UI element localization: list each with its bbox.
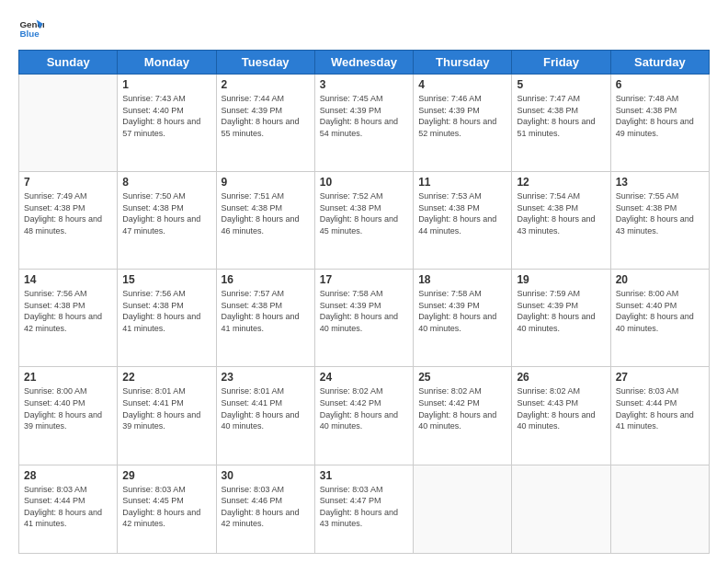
day-number: 20 xyxy=(616,273,704,286)
calendar-cell: 1Sunrise: 7:43 AMSunset: 4:40 PMDaylight… xyxy=(118,75,216,172)
calendar-cell: 30Sunrise: 8:03 AMSunset: 4:46 PMDayligh… xyxy=(216,465,314,554)
day-info: Sunrise: 7:55 AMSunset: 4:38 PMDaylight:… xyxy=(616,190,704,236)
day-number: 18 xyxy=(418,273,506,286)
weekday-header-sunday: Sunday xyxy=(19,51,118,75)
day-info: Sunrise: 7:49 AMSunset: 4:38 PMDaylight:… xyxy=(24,190,112,236)
day-number: 2 xyxy=(222,78,310,91)
day-number: 19 xyxy=(517,273,605,286)
calendar-cell: 26Sunrise: 8:02 AMSunset: 4:43 PMDayligh… xyxy=(512,367,610,465)
day-info: Sunrise: 7:46 AMSunset: 4:39 PMDaylight:… xyxy=(418,93,506,139)
calendar-cell: 17Sunrise: 7:58 AMSunset: 4:39 PMDayligh… xyxy=(314,270,413,367)
calendar-cell: 23Sunrise: 8:01 AMSunset: 4:41 PMDayligh… xyxy=(216,367,314,465)
weekday-header-thursday: Thursday xyxy=(414,51,512,75)
day-info: Sunrise: 7:48 AMSunset: 4:38 PMDaylight:… xyxy=(616,93,704,139)
day-info: Sunrise: 7:58 AMSunset: 4:39 PMDaylight:… xyxy=(418,288,506,334)
calendar-cell: 18Sunrise: 7:58 AMSunset: 4:39 PMDayligh… xyxy=(414,270,512,367)
calendar-cell: 14Sunrise: 7:56 AMSunset: 4:38 PMDayligh… xyxy=(19,270,118,367)
calendar-cell: 5Sunrise: 7:47 AMSunset: 4:38 PMDaylight… xyxy=(512,75,610,172)
day-info: Sunrise: 7:43 AMSunset: 4:40 PMDaylight:… xyxy=(122,93,210,139)
day-number: 8 xyxy=(122,176,210,189)
day-info: Sunrise: 8:00 AMSunset: 4:40 PMDaylight:… xyxy=(616,288,704,334)
week-row-4: 28Sunrise: 8:03 AMSunset: 4:44 PMDayligh… xyxy=(19,465,710,554)
day-info: Sunrise: 7:58 AMSunset: 4:39 PMDaylight:… xyxy=(320,288,408,334)
calendar-cell: 31Sunrise: 8:03 AMSunset: 4:47 PMDayligh… xyxy=(314,465,413,554)
day-info: Sunrise: 8:03 AMSunset: 4:44 PMDaylight:… xyxy=(616,385,704,431)
day-number: 30 xyxy=(222,469,310,482)
calendar-cell: 21Sunrise: 8:00 AMSunset: 4:40 PMDayligh… xyxy=(19,367,118,465)
day-number: 11 xyxy=(418,176,506,189)
calendar-cell: 15Sunrise: 7:56 AMSunset: 4:38 PMDayligh… xyxy=(118,270,216,367)
calendar-cell xyxy=(610,465,709,554)
calendar-cell: 6Sunrise: 7:48 AMSunset: 4:38 PMDaylight… xyxy=(610,75,709,172)
calendar-cell: 8Sunrise: 7:50 AMSunset: 4:38 PMDaylight… xyxy=(118,172,216,270)
weekday-header-tuesday: Tuesday xyxy=(216,51,314,75)
calendar-cell: 3Sunrise: 7:45 AMSunset: 4:39 PMDaylight… xyxy=(314,75,413,172)
weekday-header-friday: Friday xyxy=(512,51,610,75)
day-info: Sunrise: 8:02 AMSunset: 4:42 PMDaylight:… xyxy=(418,385,506,431)
svg-text:Blue: Blue xyxy=(19,29,40,39)
day-info: Sunrise: 7:45 AMSunset: 4:39 PMDaylight:… xyxy=(320,93,408,139)
day-number: 1 xyxy=(122,78,210,91)
header: General Blue xyxy=(18,15,710,40)
calendar-cell: 20Sunrise: 8:00 AMSunset: 4:40 PMDayligh… xyxy=(610,270,709,367)
day-info: Sunrise: 7:44 AMSunset: 4:39 PMDaylight:… xyxy=(222,93,310,139)
weekday-header-row: SundayMondayTuesdayWednesdayThursdayFrid… xyxy=(19,51,710,75)
day-number: 24 xyxy=(320,371,408,384)
calendar-cell: 19Sunrise: 7:59 AMSunset: 4:39 PMDayligh… xyxy=(512,270,610,367)
calendar-table: SundayMondayTuesdayWednesdayThursdayFrid… xyxy=(18,50,710,554)
calendar-cell: 22Sunrise: 8:01 AMSunset: 4:41 PMDayligh… xyxy=(118,367,216,465)
calendar-cell: 12Sunrise: 7:54 AMSunset: 4:38 PMDayligh… xyxy=(512,172,610,270)
day-number: 26 xyxy=(517,371,605,384)
calendar-cell: 24Sunrise: 8:02 AMSunset: 4:42 PMDayligh… xyxy=(314,367,413,465)
day-info: Sunrise: 7:52 AMSunset: 4:38 PMDaylight:… xyxy=(320,190,408,236)
day-number: 13 xyxy=(616,176,704,189)
day-info: Sunrise: 7:53 AMSunset: 4:38 PMDaylight:… xyxy=(418,190,506,236)
day-info: Sunrise: 7:57 AMSunset: 4:38 PMDaylight:… xyxy=(222,288,310,334)
day-number: 12 xyxy=(517,176,605,189)
weekday-header-saturday: Saturday xyxy=(610,51,709,75)
day-number: 6 xyxy=(616,78,704,91)
day-number: 29 xyxy=(122,469,210,482)
day-number: 31 xyxy=(320,469,408,482)
week-row-3: 21Sunrise: 8:00 AMSunset: 4:40 PMDayligh… xyxy=(19,367,710,465)
page: General Blue SundayMondayTuesdayWednesda… xyxy=(0,0,728,563)
calendar-cell: 2Sunrise: 7:44 AMSunset: 4:39 PMDaylight… xyxy=(216,75,314,172)
day-info: Sunrise: 8:02 AMSunset: 4:42 PMDaylight:… xyxy=(320,385,408,431)
day-info: Sunrise: 8:01 AMSunset: 4:41 PMDaylight:… xyxy=(122,385,210,431)
calendar-cell: 16Sunrise: 7:57 AMSunset: 4:38 PMDayligh… xyxy=(216,270,314,367)
week-row-2: 14Sunrise: 7:56 AMSunset: 4:38 PMDayligh… xyxy=(19,270,710,367)
day-info: Sunrise: 7:51 AMSunset: 4:38 PMDaylight:… xyxy=(222,190,310,236)
calendar-cell: 28Sunrise: 8:03 AMSunset: 4:44 PMDayligh… xyxy=(19,465,118,554)
day-number: 14 xyxy=(24,273,112,286)
calendar-cell xyxy=(19,75,118,172)
weekday-header-monday: Monday xyxy=(118,51,216,75)
day-number: 10 xyxy=(320,176,408,189)
week-row-1: 7Sunrise: 7:49 AMSunset: 4:38 PMDaylight… xyxy=(19,172,710,270)
day-number: 16 xyxy=(222,273,310,286)
calendar-cell: 7Sunrise: 7:49 AMSunset: 4:38 PMDaylight… xyxy=(19,172,118,270)
day-number: 21 xyxy=(24,371,112,384)
calendar-cell: 29Sunrise: 8:03 AMSunset: 4:45 PMDayligh… xyxy=(118,465,216,554)
day-info: Sunrise: 8:01 AMSunset: 4:41 PMDaylight:… xyxy=(222,385,310,431)
day-info: Sunrise: 7:47 AMSunset: 4:38 PMDaylight:… xyxy=(517,93,605,139)
logo-icon: General Blue xyxy=(18,15,44,40)
day-info: Sunrise: 8:02 AMSunset: 4:43 PMDaylight:… xyxy=(517,385,605,431)
day-number: 22 xyxy=(122,371,210,384)
week-row-0: 1Sunrise: 7:43 AMSunset: 4:40 PMDaylight… xyxy=(19,75,710,172)
day-number: 9 xyxy=(222,176,310,189)
day-info: Sunrise: 8:03 AMSunset: 4:46 PMDaylight:… xyxy=(222,484,310,530)
day-number: 28 xyxy=(24,469,112,482)
day-info: Sunrise: 7:59 AMSunset: 4:39 PMDaylight:… xyxy=(517,288,605,334)
day-number: 3 xyxy=(320,78,408,91)
day-number: 25 xyxy=(418,371,506,384)
day-number: 5 xyxy=(517,78,605,91)
day-number: 17 xyxy=(320,273,408,286)
calendar-cell: 10Sunrise: 7:52 AMSunset: 4:38 PMDayligh… xyxy=(314,172,413,270)
day-info: Sunrise: 7:50 AMSunset: 4:38 PMDaylight:… xyxy=(122,190,210,236)
calendar-cell: 4Sunrise: 7:46 AMSunset: 4:39 PMDaylight… xyxy=(414,75,512,172)
day-info: Sunrise: 8:03 AMSunset: 4:44 PMDaylight:… xyxy=(24,484,112,530)
day-info: Sunrise: 8:03 AMSunset: 4:45 PMDaylight:… xyxy=(122,484,210,530)
calendar-cell xyxy=(512,465,610,554)
calendar-cell xyxy=(414,465,512,554)
day-info: Sunrise: 7:56 AMSunset: 4:38 PMDaylight:… xyxy=(122,288,210,334)
